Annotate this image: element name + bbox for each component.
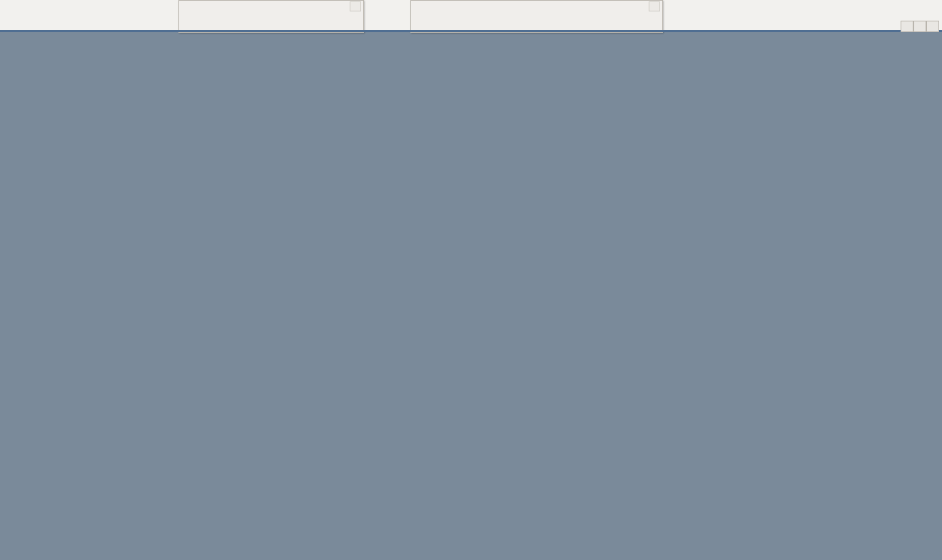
drawing-tool-buttons (411, 12, 662, 15)
window-close-button[interactable] (919, 3, 941, 17)
timeframe-buttons (179, 12, 363, 15)
chart-restore-button[interactable] (913, 21, 926, 32)
toolbar-divider (0, 30, 942, 32)
price-chart[interactable] (0, 0, 942, 560)
drawing-panel-title (411, 1, 662, 12)
drawing-tools-panel (410, 0, 663, 33)
mt4-window (0, 0, 942, 560)
window-minimize-button[interactable] (851, 3, 873, 17)
window-restore-button[interactable] (887, 3, 908, 17)
close-icon[interactable] (649, 1, 660, 11)
timeframe-panel (178, 0, 364, 33)
chart-close-button[interactable] (926, 21, 939, 32)
close-icon[interactable] (350, 1, 361, 11)
chart-minimize-button[interactable] (901, 21, 913, 32)
timeframe-panel-title (179, 1, 363, 12)
title-toolbar-area (0, 0, 942, 30)
